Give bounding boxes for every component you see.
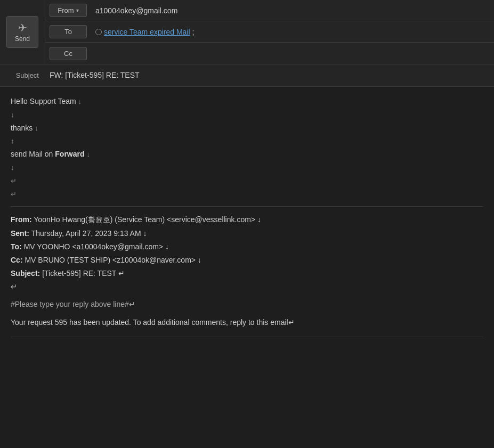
recipient-tag[interactable]: service Team expired Mail	[104, 28, 190, 36]
quoted-subject-value: [Ticket-595] RE: TEST	[42, 269, 116, 278]
radio-dot-icon	[95, 29, 102, 35]
send-mail-bold: Forward	[55, 150, 84, 158]
chevron-icon: ▾	[76, 7, 79, 13]
greeting-text: Hello Support Team	[11, 97, 76, 105]
send-mail-arrow: ↓	[86, 150, 90, 158]
greeting-line: Hello Support Team ↓	[11, 95, 483, 108]
quoted-return-icon: ↵	[11, 282, 17, 291]
compose-window: ✈ Send From ▾ a10004okey@gmail.com	[0, 0, 494, 448]
to-row: To service Team expired Mail ;	[45, 21, 494, 43]
email-body[interactable]: Hello Support Team ↓ ↓ thanks ↓ ↕ send M…	[0, 87, 494, 448]
return-icon-2: ↵	[11, 190, 17, 198]
thanks-line: thanks ↓	[11, 122, 483, 134]
email-header: ✈ Send From ▾ a10004okey@gmail.com	[0, 0, 494, 87]
quoted-from-line: From: YoonHo Hwang(황윤호) (Service Team) <…	[11, 213, 483, 226]
quoted-subject-line: Subject: [Ticket-595] RE: TEST ↵	[11, 267, 483, 280]
quoted-from-value: YoonHo Hwang(황윤호) (Service Team) <servic…	[34, 215, 255, 224]
body-line2: ↕	[11, 135, 483, 147]
cc-label: Cc	[64, 50, 72, 58]
quoted-from-arrow: ↓	[257, 215, 261, 224]
body-line1: ↓	[11, 109, 483, 121]
subject-value: FW: [Ticket-595] RE: TEST	[45, 71, 494, 79]
cc-row: Cc	[45, 43, 494, 64]
send-icon: ✈	[18, 21, 27, 34]
return-line1: ↵	[11, 175, 483, 187]
quoted-divider	[11, 206, 483, 207]
quoted-return-line: ↵	[11, 280, 483, 294]
arrow-down-1: ↓	[11, 111, 14, 119]
update-line: Your request 595 has been updated. To ad…	[11, 316, 483, 328]
quoted-sent-line: Sent: Thursday, April 27, 2023 9:13 AM ↓	[11, 227, 483, 240]
send-mail-line: send Mail on Forward ↓	[11, 148, 483, 160]
quoted-cc-label: Cc:	[11, 256, 23, 264]
from-label: From	[58, 6, 74, 14]
quoted-cc-line: Cc: MV BRUNO (TEST SHIP) <z10004ok@naver…	[11, 254, 483, 267]
quoted-to-value: MV YOONHO <a10004okey@gmail.com>	[24, 242, 163, 251]
cc-button[interactable]: Cc	[50, 47, 87, 60]
send-mail-prefix: send Mail on	[11, 150, 55, 158]
quoted-cc-arrow: ↓	[198, 256, 201, 264]
quoted-subject-label: Subject:	[11, 269, 40, 278]
quoted-to-label: To:	[11, 242, 22, 251]
return-icon-1: ↵	[11, 177, 17, 185]
body-line3: ↓	[11, 161, 483, 174]
quoted-sent-value: Thursday, April 27, 2023 9:13 AM	[31, 229, 141, 238]
from-button[interactable]: From ▾	[50, 4, 87, 17]
fields-wrapper: From ▾ a10004okey@gmail.com To service T…	[45, 0, 494, 64]
send-btn-wrapper: ✈ Send	[0, 0, 45, 64]
quoted-to-arrow: ↓	[165, 242, 169, 251]
arrow-down-3: ↓	[11, 164, 14, 172]
quoted-cc-value: MV BRUNO (TEST SHIP) <z10004ok@naver.com…	[25, 256, 196, 264]
send-button[interactable]: ✈ Send	[6, 16, 38, 48]
subject-label: Subject	[0, 71, 45, 79]
to-button[interactable]: To	[50, 25, 87, 38]
quoted-to-line: To: MV YOONHO <a10004okey@gmail.com> ↓	[11, 240, 483, 254]
thanks-arrow: ↓	[35, 124, 38, 132]
quoted-from-label: From:	[11, 215, 32, 224]
return-line2: ↵	[11, 188, 483, 200]
quoted-subject-return: ↵	[118, 269, 125, 278]
quoted-sent-arrow: ↓	[143, 229, 147, 238]
from-value: a10004okey@gmail.com	[91, 6, 494, 15]
arrow-return-1: ↕	[11, 137, 14, 145]
recipient-separator: ;	[192, 28, 195, 36]
from-row: From ▾ a10004okey@gmail.com	[45, 0, 494, 21]
greeting-arrow: ↓	[78, 97, 82, 105]
send-label: Send	[15, 35, 30, 43]
to-field-value: service Team expired Mail ;	[91, 28, 494, 36]
subject-row: Subject FW: [Ticket-595] RE: TEST	[0, 64, 494, 86]
to-label: To	[64, 28, 72, 36]
from-to-row: ✈ Send From ▾ a10004okey@gmail.com	[0, 0, 494, 64]
reply-line: #Please type your reply above line#↵	[11, 298, 483, 310]
bottom-border	[11, 337, 483, 337]
quoted-sent-label: Sent:	[11, 229, 29, 238]
quoted-header: From: YoonHo Hwang(황윤호) (Service Team) <…	[11, 213, 483, 294]
thanks-text: thanks	[11, 124, 33, 132]
